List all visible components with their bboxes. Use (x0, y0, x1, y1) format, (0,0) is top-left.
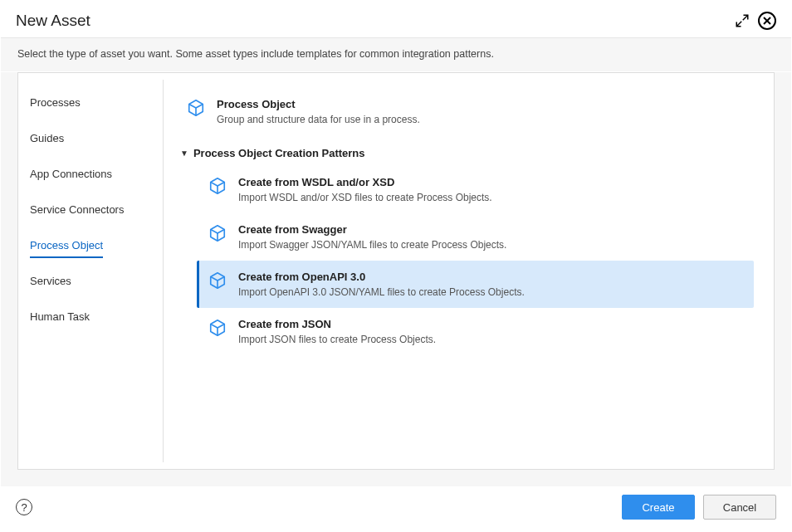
sidebar-item-services[interactable]: Services (18, 266, 163, 302)
content-panel: Processes Guides App Connections Service… (17, 72, 775, 470)
sidebar-item-label: Services (30, 275, 71, 294)
footer-buttons: Create Cancel (622, 495, 776, 520)
option-desc: Import OpenAPI 3.0 JSON/YAML files to cr… (238, 286, 744, 298)
option-create-from-swagger[interactable]: Create from Swagger Import Swagger JSON/… (197, 213, 754, 261)
option-create-from-json[interactable]: Create from JSON Import JSON files to cr… (197, 308, 754, 355)
section-header-patterns[interactable]: ▼ Process Object Creation Patterns (175, 135, 754, 166)
option-desc: Import Swagger JSON/YAML files to create… (238, 239, 744, 251)
help-icon[interactable]: ? (16, 499, 32, 515)
sidebar-item-app-connections[interactable]: App Connections (18, 159, 163, 195)
sidebar-item-label: Service Connectors (30, 203, 124, 222)
sidebar-item-processes[interactable]: Processes (18, 88, 163, 124)
sidebar-item-label: Process Object (30, 239, 103, 258)
sidebar-item-label: Human Task (30, 310, 90, 329)
expand-icon[interactable] (735, 13, 750, 28)
section-header-label: Process Object Creation Patterns (193, 147, 365, 159)
dialog-description: Select the type of asset you want. Some … (1, 37, 791, 72)
create-button[interactable]: Create (622, 495, 695, 520)
option-title: Create from Swagger (238, 223, 744, 236)
option-desc: Import WSDL and/or XSD files to create P… (238, 192, 744, 203)
new-asset-dialog: New Asset Select the type of asset you w… (0, 0, 792, 532)
option-text: Create from OpenAPI 3.0 Import OpenAPI 3… (238, 271, 744, 298)
option-title: Create from WSDL and/or XSD (238, 176, 744, 188)
option-text: Create from Swagger Import Swagger JSON/… (238, 223, 744, 251)
cube-icon (187, 99, 205, 120)
option-title: Process Object (217, 98, 744, 110)
option-desc: Group and structure data for use in a pr… (217, 114, 744, 125)
option-create-from-wsdl-xsd[interactable]: Create from WSDL and/or XSD Import WSDL … (197, 166, 754, 213)
cube-icon (208, 224, 227, 246)
option-create-from-openapi[interactable]: Create from OpenAPI 3.0 Import OpenAPI 3… (197, 261, 754, 308)
option-text: Process Object Group and structure data … (217, 98, 744, 125)
sidebar-item-label: Processes (30, 96, 81, 115)
titlebar: New Asset (1, 1, 791, 37)
cube-icon (208, 271, 227, 293)
sidebar-item-service-connectors[interactable]: Service Connectors (18, 195, 163, 231)
content-wrap: Processes Guides App Connections Service… (1, 72, 791, 486)
option-process-object[interactable]: Process Object Group and structure data … (175, 88, 754, 135)
asset-type-sidebar: Processes Guides App Connections Service… (18, 80, 164, 462)
dialog-title: New Asset (16, 12, 90, 30)
cancel-button[interactable]: Cancel (703, 495, 776, 520)
title-actions (735, 12, 776, 30)
dialog-footer: ? Create Cancel (1, 486, 791, 531)
sidebar-item-label: App Connections (30, 168, 112, 187)
chevron-down-icon: ▼ (180, 149, 188, 158)
option-title: Create from OpenAPI 3.0 (238, 271, 744, 283)
cube-icon (208, 177, 227, 198)
option-text: Create from JSON Import JSON files to cr… (238, 318, 744, 345)
option-title: Create from JSON (238, 318, 744, 330)
sidebar-item-guides[interactable]: Guides (18, 124, 163, 159)
patterns-group: Create from WSDL and/or XSD Import WSDL … (175, 166, 754, 355)
asset-options-area: Process Object Group and structure data … (164, 73, 774, 469)
sidebar-item-process-object[interactable]: Process Object (18, 231, 163, 266)
option-desc: Import JSON files to create Process Obje… (238, 334, 744, 345)
sidebar-item-label: Guides (30, 132, 64, 151)
sidebar-item-human-task[interactable]: Human Task (18, 302, 163, 338)
cube-icon (208, 319, 227, 340)
option-text: Create from WSDL and/or XSD Import WSDL … (238, 176, 744, 203)
close-icon[interactable] (758, 12, 776, 30)
